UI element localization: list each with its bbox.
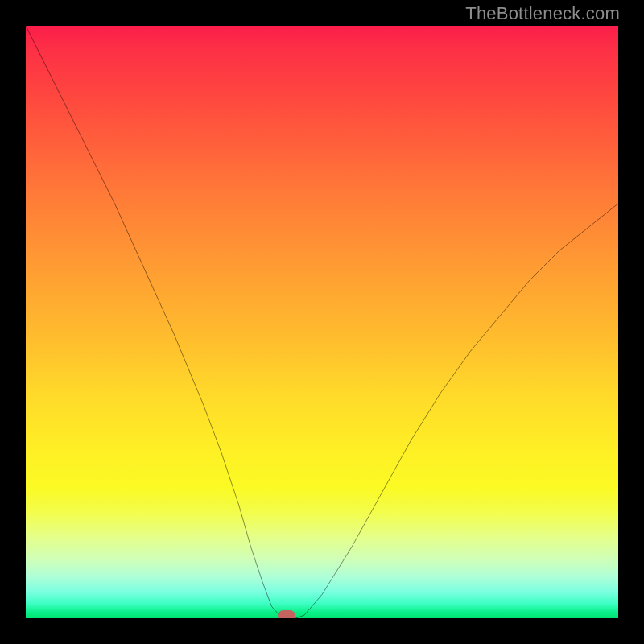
plot-area xyxy=(26,26,618,618)
bottleneck-curve xyxy=(26,26,618,618)
optimal-point-marker xyxy=(278,610,295,618)
watermark-text: TheBottleneck.com xyxy=(465,3,620,24)
chart-frame: TheBottleneck.com xyxy=(0,0,644,644)
